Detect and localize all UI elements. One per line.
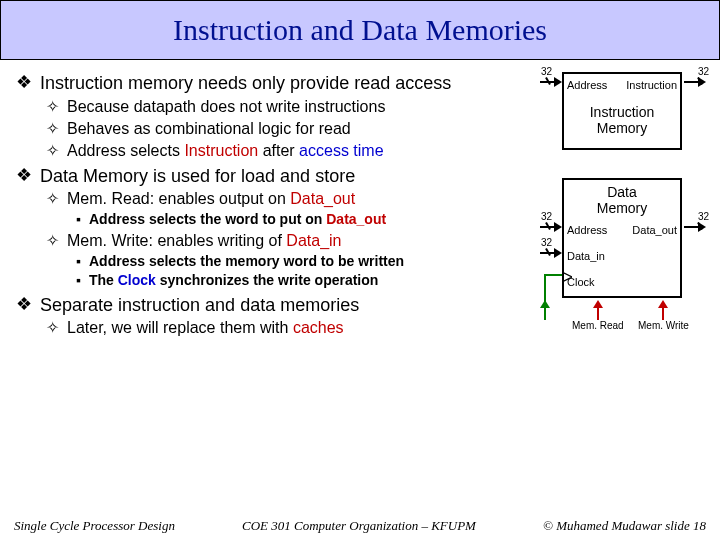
bus-width: 32 [698, 211, 709, 222]
signal-label: Mem. Write [638, 320, 689, 331]
diamond-open-icon [46, 119, 59, 138]
signal-label: Mem. Read [572, 320, 624, 331]
footer: Single Cycle Processor Design COE 301 Co… [0, 518, 720, 534]
text: Mem. Write: enables writing of Data_in [67, 231, 342, 251]
port-label: Data_in [567, 250, 605, 262]
arrow-up-icon [593, 300, 603, 320]
arrow-right-icon [540, 77, 562, 87]
square-icon [76, 211, 81, 228]
bus-width: 32 [541, 211, 552, 222]
text: Behaves as combinational logic for read [67, 119, 351, 139]
square-icon [76, 253, 81, 270]
clock-wire [544, 274, 546, 318]
slide-title: Instruction and Data Memories [173, 13, 547, 47]
text: Later, we will replace them with caches [67, 318, 344, 338]
port-label: Data_out [632, 224, 677, 236]
box-title: Data Memory [564, 180, 680, 216]
footer-center: COE 301 Computer Organization – KFUPM [242, 518, 476, 534]
arrow-up-icon [658, 300, 668, 320]
diamond-open-icon [46, 318, 59, 337]
diamond-icon [16, 294, 32, 316]
svg-marker-0 [562, 272, 572, 282]
diamond-open-icon [46, 141, 59, 160]
bus-width: 32 [541, 66, 552, 77]
square-icon [76, 272, 81, 289]
text: Because datapath does not write instruct… [67, 97, 385, 117]
bus-width: 32 [541, 237, 552, 248]
arrow-right-icon [684, 77, 706, 87]
box-title: Instruction Memory [564, 104, 680, 136]
bus-width: 32 [698, 66, 709, 77]
text: Address selects the word to put on Data_… [89, 211, 386, 229]
text: Address selects Instruction after access… [67, 141, 384, 161]
title-bar: Instruction and Data Memories [0, 0, 720, 60]
footer-left: Single Cycle Processor Design [14, 518, 175, 534]
port-label: Address [567, 79, 607, 91]
port-label: Address [567, 224, 607, 236]
arrow-right-icon [540, 222, 562, 232]
instruction-memory-box: Address Instruction Instruction Memory [562, 72, 682, 150]
text: Separate instruction and data memories [40, 294, 359, 317]
clock-wire [545, 274, 562, 276]
diagram-area: Address Instruction Instruction Memory 3… [538, 72, 716, 298]
footer-right: © Muhamed Mudawar slide 18 [543, 518, 706, 534]
diamond-open-icon [46, 97, 59, 116]
arrow-right-icon [540, 248, 562, 258]
port-label: Instruction [626, 79, 677, 91]
data-memory-box: Data Memory Address Data_out Data_in Clo… [562, 178, 682, 298]
text: Data Memory is used for load and store [40, 165, 355, 188]
text: Instruction memory needs only provide re… [40, 72, 451, 95]
text: Mem. Read: enables output on Data_out [67, 189, 355, 209]
diamond-open-icon [46, 231, 59, 250]
diamond-icon [16, 72, 32, 94]
arrow-right-icon [684, 222, 706, 232]
clock-triangle-icon [562, 272, 572, 282]
diamond-open-icon [46, 189, 59, 208]
text: Address selects the memory word to be wr… [89, 253, 404, 271]
text: The Clock synchronizes the write operati… [89, 272, 378, 290]
diamond-icon [16, 165, 32, 187]
